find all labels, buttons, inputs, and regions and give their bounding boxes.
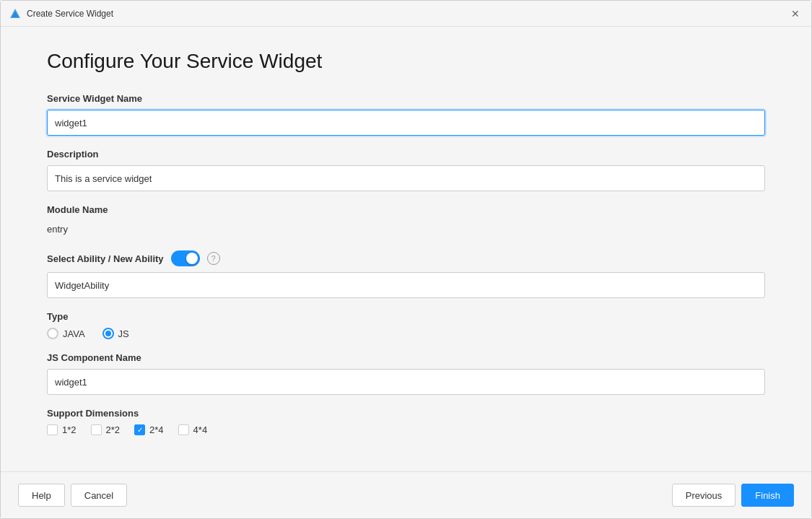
toggle-thumb (186, 253, 198, 264)
module-name-group: Module Name entry (47, 204, 765, 237)
checkbox-4x4[interactable]: 4*4 (178, 424, 208, 435)
description-input[interactable] (47, 165, 765, 191)
radio-js-outer (102, 328, 114, 339)
select-ability-label: Select Ability / New Ability (47, 253, 164, 264)
select-ability-label-row: Select Ability / New Ability ? (47, 250, 765, 266)
service-widget-name-label: Service Widget Name (47, 93, 765, 104)
checkbox-2x2-box (91, 424, 102, 435)
page-title: Configure Your Service Widget (47, 50, 765, 73)
module-name-label: Module Name (47, 204, 765, 215)
checkbox-1x2-box (47, 424, 58, 435)
previous-button[interactable]: Previous (672, 484, 736, 507)
radio-java-label: JAVA (63, 328, 85, 339)
radio-js-inner (105, 331, 111, 336)
module-name-value: entry (47, 221, 765, 237)
ability-toggle[interactable] (171, 250, 200, 266)
checkbox-2x4[interactable]: ✓ 2*4 (134, 424, 164, 435)
content-area: Configure Your Service Widget Service Wi… (1, 27, 811, 471)
radio-java-outer (47, 328, 58, 339)
title-bar-title: Create Service Widget (27, 9, 113, 19)
checkbox-1x2-label: 1*2 (62, 424, 77, 435)
service-widget-name-group: Service Widget Name (47, 93, 765, 136)
type-radio-group: JAVA JS (47, 328, 765, 339)
title-bar-left: Create Service Widget (9, 8, 113, 19)
title-bar: Create Service Widget ✕ (1, 1, 811, 27)
radio-js-label: JS (118, 328, 129, 339)
footer-right: Previous Finish (672, 484, 794, 507)
js-component-name-label: JS Component Name (47, 352, 765, 363)
checkbox-2x4-box: ✓ (134, 424, 145, 435)
type-group: Type JAVA JS (47, 311, 765, 339)
support-dimensions-label: Support Dimensions (47, 408, 765, 419)
help-button[interactable]: Help (18, 484, 65, 507)
checkbox-2x2[interactable]: 2*2 (91, 424, 121, 435)
close-button[interactable]: ✕ (788, 6, 803, 21)
select-ability-input[interactable] (47, 272, 765, 298)
cancel-button[interactable]: Cancel (71, 484, 127, 507)
description-group: Description (47, 149, 765, 191)
dialog: Create Service Widget ✕ Configure Your S… (0, 0, 812, 519)
type-label: Type (47, 311, 765, 322)
dimensions-checkboxes: 1*2 2*2 ✓ 2*4 4*4 (47, 424, 765, 435)
radio-js[interactable]: JS (102, 328, 129, 339)
checkbox-1x2[interactable]: 1*2 (47, 424, 77, 435)
checkbox-4x4-label: 4*4 (193, 424, 208, 435)
service-widget-name-input[interactable] (47, 110, 765, 136)
checkbox-2x4-label: 2*4 (149, 424, 164, 435)
footer: Help Cancel Previous Finish (1, 471, 811, 518)
description-label: Description (47, 149, 765, 160)
js-component-name-input[interactable] (47, 369, 765, 395)
finish-button[interactable]: Finish (741, 484, 794, 507)
checkbox-2x2-label: 2*2 (106, 424, 121, 435)
select-ability-group: Select Ability / New Ability ? (47, 250, 765, 298)
checkbox-4x4-box (178, 424, 189, 435)
support-dimensions-group: Support Dimensions 1*2 2*2 ✓ 2*4 (47, 408, 765, 435)
help-icon[interactable]: ? (207, 252, 220, 265)
checkbox-2x4-check: ✓ (137, 427, 143, 434)
app-icon (9, 8, 21, 19)
footer-left: Help Cancel (18, 484, 127, 507)
js-component-name-group: JS Component Name (47, 352, 765, 395)
toggle-track (171, 250, 200, 266)
radio-java[interactable]: JAVA (47, 328, 85, 339)
